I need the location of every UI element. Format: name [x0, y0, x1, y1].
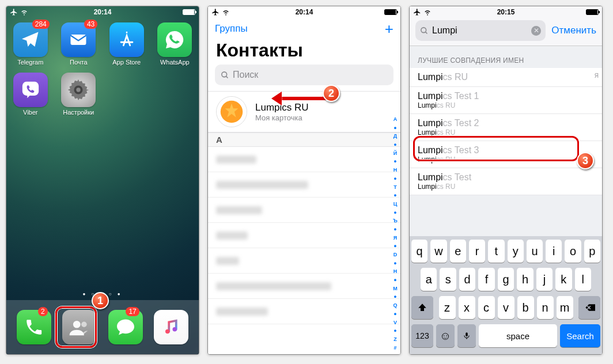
- contact-row[interactable]: [208, 198, 400, 223]
- app-whatsapp[interactable]: WhatsApp: [152, 22, 197, 66]
- app-label: App Store: [112, 59, 141, 66]
- contact-row[interactable]: [208, 147, 400, 172]
- key-k[interactable]: k: [555, 268, 572, 291]
- status-time: 20:15: [410, 8, 602, 16]
- key-c[interactable]: c: [478, 296, 495, 319]
- page-title: Контакты: [208, 39, 400, 65]
- index-rail[interactable]: А●Д●Й●Н●Т●Ц●Ъ●Я●D●H●M●Q●V●Z#: [391, 117, 400, 351]
- key-f[interactable]: f: [478, 268, 494, 291]
- app-appstore[interactable]: App Store: [104, 22, 149, 66]
- dock-messages[interactable]: 17: [108, 310, 143, 344]
- contact-row[interactable]: [208, 172, 400, 198]
- key-j[interactable]: j: [536, 268, 553, 291]
- phone-search-screen: 20:15 Lumpi ✕ Отменить ЛУЧШИЕ СОВПАДЕНИЯ…: [409, 6, 603, 355]
- app-settings[interactable]: Настройки: [56, 73, 101, 116]
- key-g[interactable]: g: [498, 268, 514, 291]
- keyboard: qwertyuiop asdfghjkl zxcvbnm 123 ☺ space…: [410, 236, 602, 354]
- key-emoji[interactable]: ☺: [436, 324, 455, 347]
- svg-point-4: [73, 321, 81, 328]
- key-z[interactable]: z: [439, 296, 456, 319]
- app-label: Viber: [23, 109, 37, 116]
- dock-contacts[interactable]: [62, 310, 97, 344]
- svg-point-11: [421, 27, 426, 32]
- search-result-row[interactable]: Lumpics Test 2Lumpics RU: [410, 114, 602, 141]
- my-card-subtitle: Моя карточка: [255, 113, 309, 122]
- nav-bar: Группы +: [208, 18, 400, 39]
- key-o[interactable]: o: [565, 240, 581, 263]
- app-viber[interactable]: Viber: [8, 73, 53, 116]
- add-contact-button[interactable]: +: [385, 21, 393, 36]
- key-h[interactable]: h: [517, 268, 533, 291]
- battery-icon: [183, 9, 195, 15]
- badge: 284: [32, 20, 50, 29]
- svg-point-6: [165, 329, 170, 334]
- key-y[interactable]: y: [508, 240, 524, 263]
- key-p[interactable]: p: [584, 240, 600, 263]
- key-b[interactable]: b: [517, 296, 534, 319]
- search-result-row[interactable]: Lumpics Test 1Lumpics RU: [410, 87, 602, 114]
- cancel-button[interactable]: Отменить: [551, 25, 596, 36]
- key-shift[interactable]: [411, 296, 433, 319]
- svg-point-7: [173, 327, 177, 332]
- app-label: Почта: [70, 59, 88, 66]
- results-section-header: ЛУЧШИЕ СОВПАДЕНИЯ ИМЕН: [410, 46, 602, 68]
- home-app-grid: 284 Telegram 43 Почта App Store WhatsApp…: [6, 18, 199, 116]
- key-q[interactable]: q: [411, 240, 427, 263]
- svg-point-8: [222, 71, 227, 77]
- search-icon: [420, 26, 429, 35]
- callout-3: 3: [577, 152, 594, 169]
- badge: 43: [84, 20, 97, 29]
- search-result-row[interactable]: Lumpics Test 3Lumpics RU: [410, 141, 602, 168]
- callout-1: 1: [92, 292, 109, 309]
- svg-point-10: [221, 101, 243, 123]
- status-time: 20:14: [6, 8, 199, 16]
- callout-2: 2: [323, 85, 340, 102]
- key-search[interactable]: Search: [560, 324, 600, 347]
- key-delete[interactable]: [578, 296, 600, 319]
- key-d[interactable]: d: [459, 268, 475, 291]
- search-result-row[interactable]: Lumpics RUЯ: [410, 68, 602, 87]
- svg-rect-12: [466, 332, 468, 336]
- key-x[interactable]: x: [459, 296, 475, 319]
- key-a[interactable]: a: [421, 268, 437, 291]
- contact-row[interactable]: [208, 274, 400, 299]
- badge: 17: [126, 307, 139, 316]
- status-time: 20:14: [208, 8, 400, 16]
- key-t[interactable]: t: [488, 240, 504, 263]
- avatar: [216, 96, 247, 127]
- svg-point-2: [74, 86, 83, 94]
- dock-music[interactable]: [154, 310, 188, 344]
- key-s[interactable]: s: [440, 268, 456, 291]
- app-label: Настройки: [63, 109, 94, 116]
- key-m[interactable]: m: [557, 296, 573, 319]
- key-r[interactable]: r: [469, 240, 485, 263]
- contact-row[interactable]: [208, 248, 400, 274]
- contact-row[interactable]: [208, 299, 400, 324]
- key-dictation[interactable]: [457, 324, 476, 347]
- key-space[interactable]: space: [479, 324, 557, 347]
- key-v[interactable]: v: [498, 296, 514, 319]
- key-l[interactable]: l: [575, 268, 591, 291]
- dock-phone[interactable]: 2: [17, 310, 51, 344]
- key-n[interactable]: n: [537, 296, 554, 319]
- key-w[interactable]: w: [430, 240, 446, 263]
- app-mail[interactable]: 43 Почта: [56, 22, 101, 66]
- key-i[interactable]: i: [546, 240, 562, 263]
- clear-search-button[interactable]: ✕: [531, 26, 541, 36]
- search-field[interactable]: Поиск: [215, 65, 393, 85]
- app-label: WhatsApp: [160, 59, 190, 66]
- svg-point-1: [75, 87, 81, 93]
- search-result-row[interactable]: Lumpics TestLumpics RU: [410, 168, 602, 195]
- search-placeholder: Поиск: [233, 70, 258, 80]
- key-numbers[interactable]: 123: [411, 324, 433, 347]
- key-u[interactable]: u: [527, 240, 543, 263]
- status-bar: 20:14: [208, 6, 400, 18]
- badge: 2: [38, 307, 48, 316]
- section-header: A: [208, 132, 400, 147]
- search-input[interactable]: Lumpi ✕: [415, 20, 546, 41]
- contact-row[interactable]: [208, 223, 400, 248]
- search-icon: [221, 71, 229, 79]
- groups-link[interactable]: Группы: [215, 23, 248, 35]
- app-telegram[interactable]: 284 Telegram: [8, 22, 53, 66]
- key-e[interactable]: e: [450, 240, 466, 263]
